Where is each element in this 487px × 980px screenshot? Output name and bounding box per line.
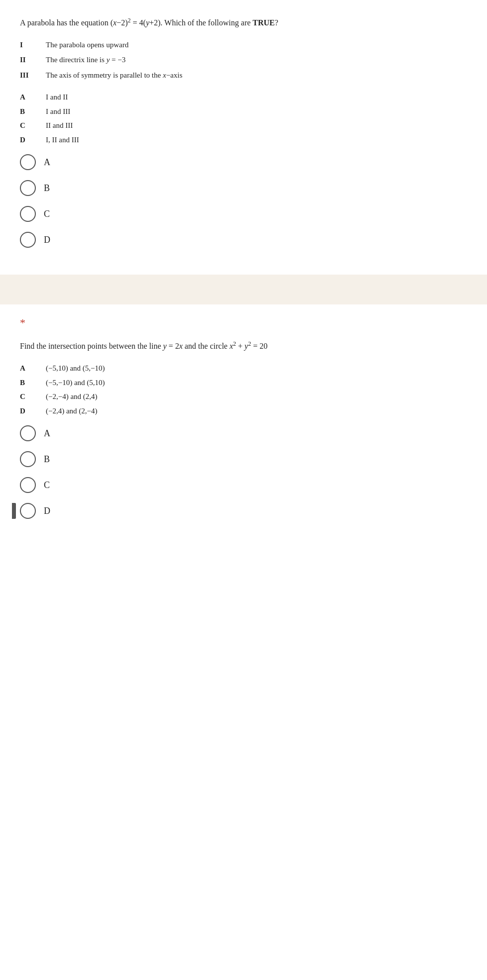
q1-option-text-d: I, II and III	[46, 134, 467, 146]
q2-radio-d[interactable]	[20, 503, 36, 519]
q1-radio-b[interactable]	[20, 180, 36, 196]
q2-option-label-c: C	[20, 391, 46, 402]
q1-option-row-b: B I and III	[20, 106, 467, 117]
q2-option-label-d: D	[20, 405, 46, 417]
q1-option-row-d: D I, II and III	[20, 134, 467, 146]
q2-radio-row-a[interactable]: A	[20, 425, 467, 441]
q1-options-table: A I and II B I and III C II and III D I,…	[20, 92, 467, 145]
q1-radio-c[interactable]	[20, 206, 36, 222]
question-1-block: A parabola has the equation (x−2)2 = 4(y…	[0, 0, 487, 270]
q2-radio-label-c: C	[44, 480, 50, 490]
question-2-block: Find the intersection points between the…	[0, 329, 487, 545]
q1-option-text-c: II and III	[46, 120, 467, 131]
q1-radio-label-c: C	[44, 209, 50, 219]
q1-option-row-c: C II and III	[20, 120, 467, 131]
q2-radio-row-b[interactable]: B	[20, 451, 467, 467]
q1-radio-label-a: A	[44, 157, 50, 168]
statement-row-1: I The parabola opens upward	[20, 39, 467, 51]
q1-radio-d[interactable]	[20, 232, 36, 248]
q2-option-label-a: A	[20, 363, 46, 374]
q2-radio-c[interactable]	[20, 477, 36, 493]
q1-radio-label-b: B	[44, 183, 50, 194]
q2-option-row-a: A (−5,10) and (5,−10)	[20, 363, 467, 374]
q2-radio-label-d: D	[44, 506, 50, 516]
q2-options-table: A (−5,10) and (5,−10) B (−5,−10) and (5,…	[20, 363, 467, 416]
statement-row-3: III The axis of symmetry is parallel to …	[20, 70, 467, 81]
q2-option-text-c: (−2,−4) and (2,4)	[46, 391, 467, 402]
q2-option-text-d: (−2,4) and (2,−4)	[46, 405, 467, 417]
q1-option-label-c: C	[20, 120, 46, 131]
section-divider	[0, 275, 487, 304]
q2-option-row-c: C (−2,−4) and (2,4)	[20, 391, 467, 402]
q1-option-label-b: B	[20, 106, 46, 117]
q1-option-label-a: A	[20, 92, 46, 103]
statement-row-2: II The directrix line is y = −3	[20, 54, 467, 66]
q2-option-text-b: (−5,−10) and (5,10)	[46, 377, 467, 389]
q1-radio-row-d[interactable]: D	[20, 232, 467, 248]
selected-indicator	[12, 503, 16, 519]
statement-text-2: The directrix line is y = −3	[46, 54, 467, 66]
q1-radio-row-c[interactable]: C	[20, 206, 467, 222]
statement-text-3: The axis of symmetry is parallel to the …	[46, 70, 467, 81]
q1-statements: I The parabola opens upward II The direc…	[20, 39, 467, 81]
statement-text-1: The parabola opens upward	[46, 39, 467, 51]
q2-radio-label-b: B	[44, 454, 50, 465]
q2-question-text: Find the intersection points between the…	[20, 339, 467, 353]
q1-option-text-b: I and III	[46, 106, 467, 117]
statement-label-3: III	[20, 70, 46, 81]
q2-radio-row-c[interactable]: C	[20, 477, 467, 493]
q2-radio-a[interactable]	[20, 425, 36, 441]
q2-option-text-a: (−5,10) and (5,−10)	[46, 363, 467, 374]
q1-radio-a[interactable]	[20, 154, 36, 170]
q2-block: * Find the intersection points between t…	[0, 304, 487, 545]
q2-option-label-b: B	[20, 377, 46, 389]
q2-radio-b[interactable]	[20, 451, 36, 467]
q2-option-row-d: D (−2,4) and (2,−4)	[20, 405, 467, 417]
q1-radio-choices: A B C D	[20, 154, 467, 248]
q2-option-row-b: B (−5,−10) and (5,10)	[20, 377, 467, 389]
q2-radio-label-a: A	[44, 428, 50, 439]
statement-label-2: II	[20, 54, 46, 66]
q1-option-text-a: I and II	[46, 92, 467, 103]
q2-radio-row-d[interactable]: D	[20, 503, 467, 519]
q1-option-label-d: D	[20, 134, 46, 146]
q2-asterisk: *	[0, 304, 487, 329]
q1-option-row-a: A I and II	[20, 92, 467, 103]
q2-radio-choices: A B C D	[20, 425, 467, 519]
q1-question-text: A parabola has the equation (x−2)2 = 4(y…	[20, 16, 467, 29]
statement-label-1: I	[20, 39, 46, 51]
q1-radio-row-b[interactable]: B	[20, 180, 467, 196]
q1-radio-label-d: D	[44, 235, 50, 245]
q1-radio-row-a[interactable]: A	[20, 154, 467, 170]
